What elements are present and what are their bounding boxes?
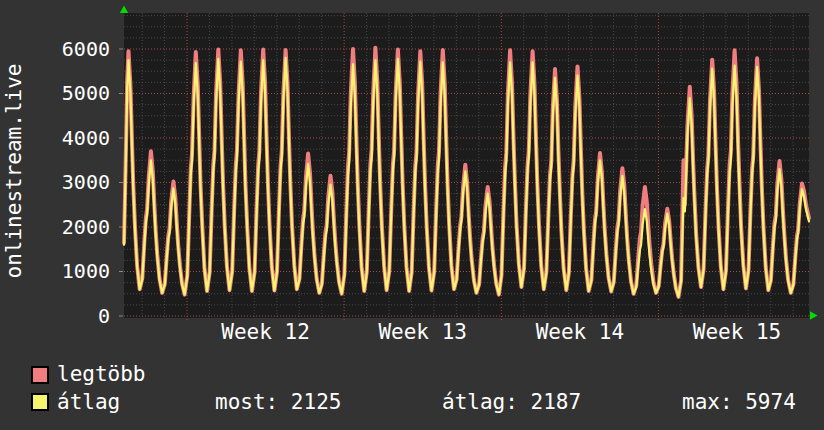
rrd-graph-panel: onlinestream.live 0100020003000400050006… [0,0,824,430]
y-tick-label: 3000 [62,170,110,194]
y-tick-label: 6000 [62,37,110,61]
y-tick-label: 4000 [62,126,110,150]
y-tick-label: 1000 [62,259,110,283]
stat-atlag: átlag: 2187 [442,391,581,413]
y-tick-label: 5000 [62,81,110,105]
x-tick-label: Week 14 [536,320,625,344]
stat-most: most: 2125 [215,391,341,413]
x-tick-label: Week 15 [693,320,782,344]
stat-max: max: 5974 [682,391,796,413]
y-tick-label: 0 [98,304,110,328]
chart-svg: 0100020003000400050006000Week 12Week 13W… [0,0,824,352]
x-tick-labels: Week 12Week 13Week 14Week 15 [221,320,781,344]
x-tick-label: Week 13 [378,320,467,344]
y-tick-labels: 0100020003000400050006000 [62,37,110,328]
x-axis-arrow-icon [810,311,818,319]
y-axis-arrow-icon [120,6,128,14]
x-tick-label: Week 12 [221,320,310,344]
y-tick-label: 2000 [62,215,110,239]
legend-label-legtobb: legtöbb [57,363,146,385]
legend-swatch-legtobb [31,366,49,384]
legend-swatch-atlag [31,393,49,411]
legend-label-atlag: átlag [57,391,120,413]
